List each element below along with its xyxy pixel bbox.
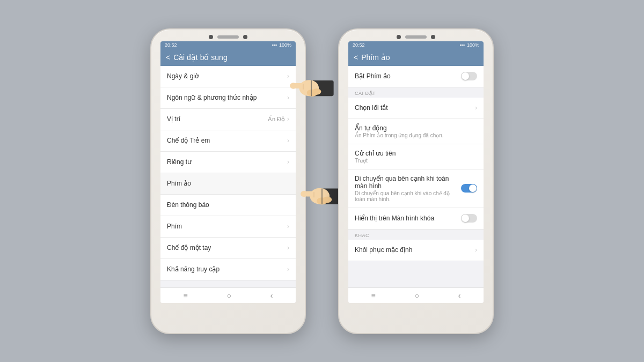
item-chon-loi-tat[interactable]: Chọn lối tắt ›: [348, 98, 484, 119]
speaker-1: [217, 35, 239, 39]
phone-2: 20:52 ▪▪▪ 100% < Phím ảo Bật Phím ảo: [338, 28, 494, 334]
svg-point-14: [312, 88, 321, 95]
item-rieng-tu[interactable]: Riêng tư ›: [160, 152, 296, 173]
chevron-icon: ›: [287, 244, 289, 252]
item-cu-chi-uu-tien[interactable]: Cử chỉ ưu tiên Trượt: [348, 144, 484, 169]
camera-3: [397, 35, 401, 39]
status-bar-1: 20:52 ▪▪▪ 100%: [160, 41, 296, 49]
chevron-icon: ›: [287, 72, 289, 80]
toggle-knob-on: [469, 184, 477, 192]
signal-icon-2: ▪▪▪: [459, 42, 465, 48]
toggle-di-chuyen[interactable]: [461, 184, 477, 193]
toggle-bat-phim-ao[interactable]: [461, 72, 477, 80]
item-khoi-phuc-mac-dinh[interactable]: Khôi phục mặc định ›: [348, 240, 484, 261]
phone-1-shell: 20:52 ▪▪▪ 100% < Cài đặt bổ sung Ngày & …: [150, 28, 306, 334]
nav-bar-1: ≡ ○ ‹: [160, 287, 296, 303]
item-vi-tri[interactable]: Vị trí Ấn Độ ›: [160, 109, 296, 130]
phim-ao-list: Bật Phím ảo CÀI ĐẶT Chọn lối tắt › Ẩn tự…: [348, 66, 484, 287]
section-cai-dat: CÀI ĐẶT: [348, 87, 484, 98]
nav-bar-2: ≡ ○ ‹: [348, 287, 484, 303]
chevron-icon: ›: [287, 265, 289, 273]
camera-1: [209, 35, 213, 39]
nav-menu-icon-2[interactable]: ≡: [371, 291, 375, 300]
svg-point-1: [310, 188, 330, 204]
item-che-do-mot-tay[interactable]: Chế độ một tay ›: [160, 238, 296, 259]
toggle-knob-2: [462, 215, 469, 222]
screen-1: 20:52 ▪▪▪ 100% < Cài đặt bổ sung Ngày & …: [160, 41, 296, 303]
toggle-knob: [462, 72, 469, 80]
header-2: < Phím ảo: [348, 49, 484, 66]
item-phim-ao[interactable]: Phím ảo: [160, 173, 296, 195]
chevron-icon: ›: [287, 115, 289, 123]
toggle-man-hinh-khoa[interactable]: [461, 214, 477, 223]
chevron-icon: ›: [287, 137, 289, 144]
chevron-icon: ›: [287, 94, 289, 101]
item-ngon-ngu[interactable]: Ngôn ngữ & phương thức nhập ›: [160, 87, 296, 109]
item-kha-nang-truy-cap[interactable]: Khả năng truy cập ›: [160, 259, 296, 280]
time-1: 20:52: [165, 42, 177, 48]
svg-point-13: [307, 89, 318, 96]
item-phim[interactable]: Phím ›: [160, 216, 296, 238]
battery-1: 100%: [279, 42, 291, 48]
svg-rect-8: [311, 80, 334, 96]
status-bar-2: 20:52 ▪▪▪ 100%: [348, 41, 484, 49]
back-button-1[interactable]: <: [166, 53, 170, 62]
item-ngay-gio[interactable]: Ngày & giờ ›: [160, 66, 296, 87]
nav-menu-icon[interactable]: ≡: [183, 291, 187, 300]
header-title-1: Cài đặt bổ sung: [173, 53, 228, 62]
camera-2: [243, 35, 247, 39]
item-hien-thi-man-hinh-khoa[interactable]: Hiển thị trên Màn hình khóa: [348, 208, 484, 230]
camera-4: [431, 35, 435, 39]
screen-2: 20:52 ▪▪▪ 100% < Phím ảo Bật Phím ảo: [348, 41, 484, 303]
chevron-icon: ›: [475, 246, 477, 254]
section-khac: KHÁC: [348, 230, 484, 240]
nav-home-icon[interactable]: ○: [227, 291, 231, 300]
item-den-thong-bao[interactable]: Đèn thông báo: [160, 195, 296, 216]
phone-1: 20:52 ▪▪▪ 100% < Cài đặt bổ sung Ngày & …: [150, 28, 306, 334]
nav-back-icon[interactable]: ‹: [270, 291, 273, 300]
phone-top-1: [151, 35, 305, 39]
item-che-do-tre-em[interactable]: Chế độ Trẻ em ›: [160, 130, 296, 152]
battery-2: 100%: [467, 42, 479, 48]
item-an-tu-dong[interactable]: Ẩn tự động Ẩn Phím ảo trong ứng dụng đã …: [348, 119, 484, 144]
item-di-chuyen[interactable]: Di chuyển qua bên cạnh khi toàn màn hình…: [348, 169, 484, 208]
settings-list-1: Ngày & giờ › Ngôn ngữ & phương thức nhập…: [160, 66, 296, 287]
signal-icon-1: ▪▪▪: [272, 42, 277, 48]
header-title-2: Phím ảo: [361, 53, 390, 62]
speaker-2: [405, 35, 427, 39]
back-button-2[interactable]: <: [354, 53, 358, 62]
chevron-icon: ›: [475, 104, 477, 112]
phone-top-2: [339, 35, 493, 39]
nav-home-icon-2[interactable]: ○: [415, 291, 419, 300]
svg-rect-2: [304, 191, 321, 197]
chevron-icon: ›: [287, 223, 289, 230]
header-1: < Cài đặt bổ sung: [160, 49, 296, 66]
svg-point-6: [323, 197, 332, 203]
phone-2-shell: 20:52 ▪▪▪ 100% < Phím ảo Bật Phím ảo: [338, 28, 494, 334]
time-2: 20:52: [353, 42, 365, 48]
chevron-icon: ›: [287, 158, 289, 166]
svg-point-5: [317, 197, 327, 204]
item-bat-phim-ao[interactable]: Bật Phím ảo: [348, 66, 484, 87]
nav-back-icon-2[interactable]: ‹: [458, 291, 461, 300]
